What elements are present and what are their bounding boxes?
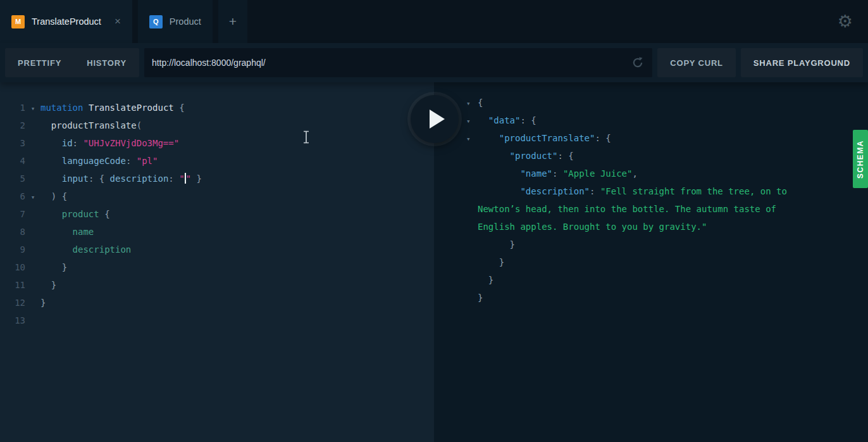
line-number: 7 [0,205,25,223]
query-badge: Q [149,15,163,28]
tab-label: TranslateProduct [32,16,101,27]
line-number: 13 [0,312,25,329]
line-number: 10 [0,258,25,276]
editor-line: 4 languageCode: "pl" [0,152,434,170]
tab-label: Product [170,16,201,27]
tab-product[interactable]: Q Product [138,0,213,43]
tab-bar: M TranslateProduct × Q Product + ⚙ [0,0,868,43]
line-number: 3 [0,134,25,152]
code-text: } [40,262,67,272]
line-number: 4 [0,152,25,170]
execute-button[interactable] [411,95,459,143]
response-line: } [466,271,868,289]
response-viewer: ▾{▾ "data": {▾ "productTranslate": { "pr… [434,82,868,442]
fold-arrow-icon[interactable]: ▾ [25,100,40,118]
code-text: product { [40,209,110,219]
editor-line: 8 name [0,223,434,241]
editor-actions-group: PRETTIFY HISTORY [5,48,139,77]
editor-line: 2 productTranslate( [0,117,434,134]
code-text: "description": "Fell straight from the t… [478,186,787,196]
response-line: Newton’s head, then into the bottle. The… [466,200,868,218]
graphql-playground-window: M TranslateProduct × Q Product + ⚙ PRETT… [0,0,868,442]
code-text: } [478,275,493,285]
copy-curl-button[interactable]: COPY CURL [657,48,736,77]
response-line: ▾ "productTranslate": { [466,129,868,147]
new-tab-button[interactable]: + [218,0,247,43]
code-text: id: "UHJvZHVjdDo3Mg==" [40,138,179,148]
line-number: 6 [0,187,25,205]
response-line: ▾{ [466,94,868,111]
history-button[interactable]: HISTORY [74,48,139,77]
code-text: name [40,227,94,237]
play-icon [428,109,445,129]
fold-arrow-icon[interactable]: ▾ [466,113,478,130]
code-text: productTranslate( [40,120,142,130]
code-text: "productTranslate": { [478,133,611,143]
line-number: 8 [0,223,25,241]
code-text: } [40,298,46,308]
code-text: } [478,257,504,267]
code-text: languageCode: "pl" [40,156,158,166]
editor-line: 12} [0,294,434,312]
settings-gear-icon[interactable]: ⚙ [838,13,868,30]
response-line: ▾ "data": { [466,111,868,129]
endpoint-url-input[interactable] [152,58,631,68]
response-line: "description": "Fell straight from the t… [466,182,868,200]
tab-translate-product[interactable]: M TranslateProduct × [0,0,132,43]
code-text: { [478,98,483,108]
code-text: } [478,239,515,249]
share-playground-button[interactable]: SHARE PLAYGROUND [741,48,863,77]
response-line: } [466,236,868,253]
editor-line: 7 product { [0,205,434,223]
toolbar: PRETTIFY HISTORY COPY CURL SHARE PLAYGRO… [0,43,868,82]
line-number: 9 [0,241,25,258]
editor-line: 9 description [0,241,434,258]
response-line: } [466,253,868,271]
line-number: 2 [0,117,25,134]
text-cursor-pointer [302,130,310,144]
endpoint-url-bar [144,48,652,77]
response-line: English apples. Brought to you by gravit… [466,218,868,236]
line-number: 5 [0,170,25,187]
code-text: mutation TranslateProduct { [40,103,185,113]
code-text: English apples. Brought to you by gravit… [478,222,707,232]
query-editor[interactable]: 1▾mutation TranslateProduct {2 productTr… [0,82,434,442]
schema-tab[interactable]: SCHEMA [853,130,868,188]
line-number: 1 [0,99,25,117]
line-number: 11 [0,276,25,294]
fold-arrow-icon[interactable]: ▾ [25,189,40,206]
response-line: } [466,289,868,306]
line-number: 12 [0,294,25,312]
code-text: "product": { [478,151,574,161]
code-text: } [40,280,56,290]
code-text: } [478,293,483,303]
fold-arrow-icon[interactable]: ▾ [466,130,478,148]
plus-icon: + [229,14,237,29]
editor-line: 5 input: { description: "" } [0,170,434,187]
mutation-badge: M [11,15,25,28]
prettify-button[interactable]: PRETTIFY [5,48,74,77]
editor-line: 10 } [0,258,434,276]
code-text: input: { description: "" } [40,174,202,184]
main-split: 1▾mutation TranslateProduct {2 productTr… [0,82,868,442]
code-text: ) { [40,191,67,201]
editor-line: 11 } [0,276,434,294]
code-text: "name": "Apple Juice", [478,168,638,179]
code-text: "data": { [478,115,536,125]
code-text: Newton’s head, then into the bottle. The… [478,204,776,214]
editor-line: 1▾mutation TranslateProduct { [0,99,434,117]
reload-icon[interactable] [631,56,645,70]
editor-line: 6▾ ) { [0,187,434,205]
fold-arrow-icon[interactable]: ▾ [466,95,478,113]
editor-line: 3 id: "UHJvZHVjdDo3Mg==" [0,134,434,152]
close-tab-icon[interactable]: × [115,15,121,28]
editor-line: 13 [0,312,434,329]
code-text: description [40,244,131,255]
response-line: "name": "Apple Juice", [466,165,868,182]
response-line: "product": { [466,147,868,165]
